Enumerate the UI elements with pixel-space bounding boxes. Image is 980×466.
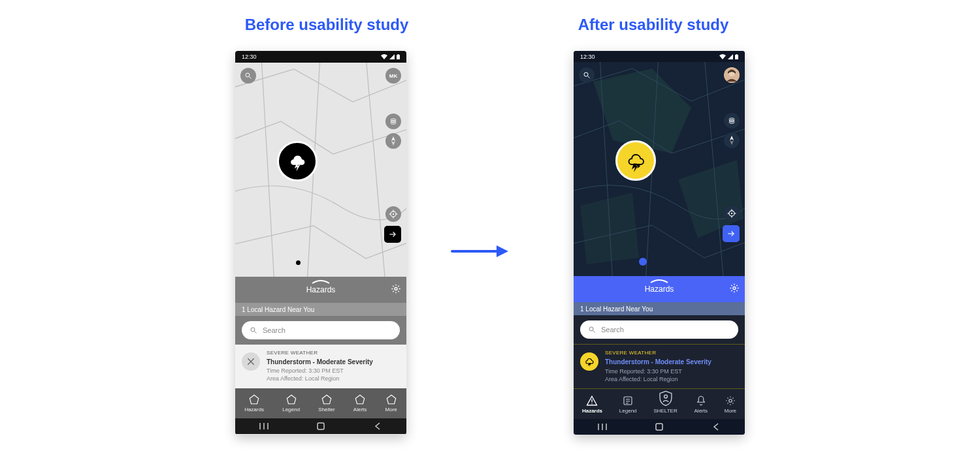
svg-marker-25: [250, 395, 259, 404]
wifi-icon: [719, 54, 726, 59]
status-icons: [381, 54, 400, 59]
user-location-dot: [296, 260, 301, 265]
status-time: 12:30: [242, 54, 257, 60]
pentagon-icon: [385, 394, 397, 405]
search-row: Search: [574, 315, 745, 344]
directions-button[interactable]: [723, 225, 740, 242]
svg-point-13: [393, 213, 394, 215]
hazard-map-marker[interactable]: [277, 141, 318, 181]
panel-header[interactable]: Hazards: [235, 277, 406, 303]
alert-area: Area Affected: Local Region: [605, 375, 711, 383]
sys-home-button[interactable]: [646, 423, 672, 431]
panel-subtitle: 1 Local Hazard Near You: [574, 302, 745, 315]
nav-legend[interactable]: Legend: [619, 395, 637, 414]
alert-icon-badge: [242, 352, 260, 371]
compass-icon: [728, 136, 736, 145]
svg-point-62: [592, 403, 593, 404]
svg-rect-3: [397, 55, 400, 59]
nav-legend[interactable]: Legend: [282, 394, 300, 412]
panel-title: Hazards: [645, 285, 674, 294]
svg-rect-35: [735, 55, 738, 59]
sys-back-button[interactable]: [703, 423, 729, 431]
status-bar: 12:30: [574, 51, 745, 62]
arrow-right-icon: [727, 229, 736, 238]
alert-card[interactable]: SEVERE WEATHER Thunderstorm - Moderate S…: [235, 345, 406, 388]
panel-settings-button[interactable]: [729, 283, 740, 296]
pentagon-icon: [248, 394, 260, 405]
bottom-nav: Hazards Legend Shelter Alerts More: [235, 388, 406, 418]
svg-point-48: [731, 213, 732, 214]
nav-hazards[interactable]: Hazards: [244, 394, 264, 412]
layers-icon: [389, 117, 397, 125]
nav-label: Alerts: [353, 407, 367, 412]
nav-hazards[interactable]: Hazards: [582, 395, 602, 414]
nav-label: More: [725, 408, 736, 414]
nav-more[interactable]: More: [725, 395, 736, 414]
search-icon: [244, 72, 252, 80]
nav-label: Hazards: [582, 408, 602, 414]
svg-point-67: [664, 395, 667, 398]
nav-more[interactable]: More: [385, 394, 397, 412]
pentagon-icon: [354, 394, 366, 405]
locate-button[interactable]: [385, 206, 401, 222]
svg-marker-27: [322, 395, 331, 404]
status-time: 12:30: [580, 54, 595, 60]
panel-header[interactable]: Hazards: [574, 276, 745, 302]
shield-person-icon: [657, 390, 674, 407]
svg-marker-1: [497, 245, 508, 257]
drag-handle-icon[interactable]: [311, 279, 331, 285]
crosshair-icon: [727, 209, 736, 218]
search-icon: [583, 71, 591, 79]
map-search-button[interactable]: [240, 68, 256, 84]
back-icon: [374, 422, 381, 430]
svg-rect-36: [736, 54, 738, 55]
drag-handle-icon[interactable]: [649, 279, 669, 284]
alert-area: Area Affected: Local Region: [267, 375, 373, 382]
search-input[interactable]: Search: [242, 321, 400, 339]
gear-icon: [391, 284, 401, 294]
thunderstorm-icon: [624, 149, 647, 172]
thunderstorm-icon: [286, 150, 308, 172]
status-icons: [719, 54, 738, 59]
sys-recent-button[interactable]: [589, 423, 615, 431]
search-input[interactable]: Search: [580, 320, 738, 339]
svg-point-20: [395, 288, 397, 290]
bottom-nav: Hazards Legend SHELTER Alerts More: [574, 389, 745, 419]
nav-alerts[interactable]: Alerts: [353, 394, 367, 412]
gear-icon: [725, 395, 736, 407]
svg-marker-2: [389, 54, 395, 59]
svg-marker-46: [730, 140, 734, 145]
sys-home-button[interactable]: [308, 422, 334, 430]
svg-line-58: [593, 331, 595, 333]
nav-label: Legend: [619, 408, 637, 414]
signal-icon: [389, 54, 395, 59]
sys-recent-button[interactable]: [251, 422, 277, 430]
svg-marker-26: [287, 395, 296, 404]
bottom-panel: Hazards 1 Local Hazard Near You Search S…: [574, 276, 745, 435]
alert-time: Time Reported: 3:30 PM EST: [267, 367, 373, 375]
svg-point-9: [391, 122, 396, 124]
sys-back-button[interactable]: [365, 422, 391, 430]
directions-button[interactable]: [384, 226, 401, 243]
search-placeholder: Search: [263, 326, 286, 334]
map-area[interactable]: MK: [235, 63, 406, 277]
panel-settings-button[interactable]: [391, 284, 401, 296]
map-area[interactable]: [574, 62, 745, 276]
layers-button[interactable]: [385, 114, 401, 129]
warning-icon: [586, 395, 598, 407]
map-roads: [574, 62, 745, 276]
svg-rect-33: [318, 423, 324, 429]
compass-button[interactable]: [385, 133, 401, 149]
caption-after: After usability study: [549, 16, 758, 34]
legend-icon: [622, 395, 634, 407]
alert-card[interactable]: SEVERE WEATHER Thunderstorm - Moderate S…: [574, 344, 745, 389]
nav-shelter[interactable]: SHELTER: [653, 395, 677, 414]
nav-label: Alerts: [694, 408, 708, 414]
transition-arrow-icon: [451, 241, 510, 261]
crosshair-icon: [389, 210, 398, 219]
profile-button[interactable]: MK: [385, 68, 401, 84]
nav-alerts[interactable]: Alerts: [694, 395, 708, 414]
hazard-map-marker[interactable]: [615, 140, 656, 181]
nav-shelter[interactable]: Shelter: [318, 394, 335, 412]
status-bar: 12:30: [235, 51, 406, 63]
